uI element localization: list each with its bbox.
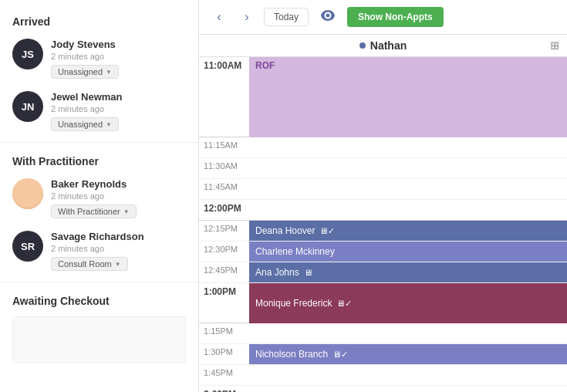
assignment-badge[interactable]: Consult Room ▼ bbox=[51, 257, 128, 271]
calendar-grid: 11:00AM ROF 11:15AM 11:30AM 11:45AM 12:0… bbox=[199, 57, 567, 392]
time-label: 12:00PM bbox=[199, 200, 249, 214]
patient-name: Baker Reynolds bbox=[51, 178, 186, 190]
time-slot: Ana Johns 🖥 bbox=[249, 262, 567, 282]
appt-icons: 🖥✓ bbox=[319, 226, 335, 236]
time-row: 12:00PM bbox=[199, 200, 567, 221]
time-row: 12:30PM Charlene Mckinney bbox=[199, 242, 567, 262]
badge-label: With Practitioner bbox=[58, 207, 120, 216]
caret-icon: ▼ bbox=[115, 261, 121, 268]
patient-time: 2 minutes ago bbox=[51, 104, 186, 113]
time-row: 1:15PM bbox=[199, 323, 567, 344]
show-non-appts-button[interactable]: Show Non-Appts bbox=[347, 7, 444, 27]
eye-icon bbox=[321, 10, 335, 21]
time-row: 11:30AM bbox=[199, 158, 567, 179]
time-row: 2:00PM bbox=[199, 386, 567, 392]
assignment-badge[interactable]: Unassigned ▼ bbox=[51, 117, 119, 131]
time-row: 1:30PM Nicholson Branch 🖥✓ bbox=[199, 344, 567, 365]
time-label: 12:45PM bbox=[199, 262, 249, 275]
patient-card: SR Savage Richardson 2 minutes ago Consu… bbox=[0, 225, 198, 277]
arrived-title: Arrived bbox=[0, 8, 198, 32]
appt-name: Deana Hoover bbox=[255, 225, 315, 236]
assignment-badge[interactable]: With Practitioner ▼ bbox=[51, 204, 137, 218]
section-divider bbox=[0, 282, 198, 282]
time-row: 12:15PM Deana Hoover 🖥✓ bbox=[199, 221, 567, 242]
appointment-block[interactable]: Monique Frederick 🖥✓ bbox=[249, 283, 567, 323]
time-slot bbox=[249, 323, 567, 343]
time-label: 12:15PM bbox=[199, 221, 249, 233]
patient-name: Jewel Newman bbox=[51, 91, 186, 103]
next-button[interactable]: › bbox=[236, 6, 258, 28]
with-practitioner-section: With Practitioner Baker Reynolds 2 minut… bbox=[0, 147, 198, 277]
time-label: 11:15AM bbox=[199, 137, 249, 150]
time-row: 11:00AM ROF bbox=[199, 57, 567, 137]
patient-time: 2 minutes ago bbox=[51, 244, 186, 253]
appointment-block[interactable]: Ana Johns 🖥 bbox=[249, 262, 567, 282]
caret-icon: ▼ bbox=[123, 208, 130, 215]
appointment-block[interactable]: Charlene Mckinney bbox=[249, 242, 567, 262]
patient-card: Baker Reynolds 2 minutes ago With Practi… bbox=[0, 172, 198, 225]
right-panel: ‹ › Today Show Non-Appts Nathan ⊞ 11:00A… bbox=[199, 0, 567, 392]
appointment-block[interactable]: Nicholson Branch 🖥✓ bbox=[249, 344, 567, 364]
appt-icons: 🖥 bbox=[304, 268, 312, 277]
time-slot bbox=[249, 158, 567, 178]
time-label: 11:45AM bbox=[199, 179, 249, 191]
appt-icons: 🖥✓ bbox=[332, 350, 348, 360]
avatar bbox=[12, 178, 43, 209]
time-label: 1:15PM bbox=[199, 323, 249, 336]
patient-info: Jewel Newman 2 minutes ago Unassigned ▼ bbox=[51, 91, 186, 131]
time-row: 11:15AM bbox=[199, 137, 567, 158]
time-slot bbox=[249, 386, 567, 392]
badge-label: Unassigned bbox=[58, 67, 103, 76]
badge-label: Consult Room bbox=[58, 259, 112, 269]
badge-label: Unassigned bbox=[58, 120, 103, 129]
patient-time: 2 minutes ago bbox=[51, 191, 186, 201]
avatar: SR bbox=[12, 231, 43, 262]
time-row: 1:45PM bbox=[199, 365, 567, 386]
time-slot: Nicholson Branch 🖥✓ bbox=[249, 344, 567, 364]
arrived-section: Arrived JS Jody Stevens 2 minutes ago Un… bbox=[0, 8, 198, 137]
caret-icon: ▼ bbox=[106, 69, 112, 76]
today-button[interactable]: Today bbox=[264, 8, 309, 26]
appt-icons: 🖥✓ bbox=[336, 299, 352, 309]
avatar-initials: JN bbox=[22, 101, 35, 113]
time-label: 1:45PM bbox=[199, 365, 249, 377]
patient-name: Savage Richardson bbox=[51, 231, 186, 242]
prev-button[interactable]: ‹ bbox=[208, 6, 230, 28]
patient-info: Baker Reynolds 2 minutes ago With Practi… bbox=[51, 178, 186, 218]
patient-time: 2 minutes ago bbox=[51, 52, 186, 61]
patient-name: Jody Stevens bbox=[51, 39, 186, 50]
appt-name: Ana Johns bbox=[255, 267, 299, 278]
time-label: 12:30PM bbox=[199, 242, 249, 254]
baby-face-icon bbox=[12, 178, 43, 209]
time-label: 11:30AM bbox=[199, 158, 249, 171]
left-panel: Arrived JS Jody Stevens 2 minutes ago Un… bbox=[0, 0, 199, 392]
time-row: 1:00PM Monique Frederick 🖥✓ bbox=[199, 283, 567, 323]
patient-card: JS Jody Stevens 2 minutes ago Unassigned… bbox=[0, 32, 198, 85]
time-label: 11:00AM bbox=[199, 57, 249, 71]
time-slot: ROF bbox=[249, 57, 567, 77]
patient-card: JN Jewel Newman 2 minutes ago Unassigned… bbox=[0, 85, 198, 137]
awaiting-checkout-empty bbox=[12, 316, 186, 363]
time-slot bbox=[249, 137, 567, 157]
time-label: 1:00PM bbox=[199, 283, 249, 297]
appointment-block[interactable]: Deana Hoover 🖥✓ bbox=[249, 221, 567, 241]
assignment-badge[interactable]: Unassigned ▼ bbox=[51, 65, 119, 79]
time-row: 11:45AM bbox=[199, 179, 567, 200]
time-label: 2:00PM bbox=[199, 386, 249, 392]
avatar-initials: SR bbox=[21, 241, 35, 252]
appt-name: Nicholson Branch bbox=[255, 349, 328, 360]
grid-icon: ⊞ bbox=[550, 39, 559, 52]
awaiting-checkout-title: Awaiting Checkout bbox=[0, 287, 198, 312]
patient-info: Jody Stevens 2 minutes ago Unassigned ▼ bbox=[51, 39, 186, 79]
avatar: JN bbox=[12, 91, 43, 122]
eye-button[interactable] bbox=[315, 7, 341, 27]
awaiting-checkout-section: Awaiting Checkout bbox=[0, 287, 198, 363]
calendar-toolbar: ‹ › Today Show Non-Appts bbox=[199, 0, 567, 35]
rof-block[interactable]: ROF bbox=[249, 57, 567, 137]
appt-name: Monique Frederick bbox=[255, 298, 332, 309]
time-slot bbox=[249, 179, 567, 199]
time-label: 1:30PM bbox=[199, 344, 249, 357]
appt-name: Charlene Mckinney bbox=[255, 246, 335, 257]
practitioner-header: Nathan ⊞ bbox=[199, 35, 567, 57]
caret-icon: ▼ bbox=[106, 121, 112, 128]
